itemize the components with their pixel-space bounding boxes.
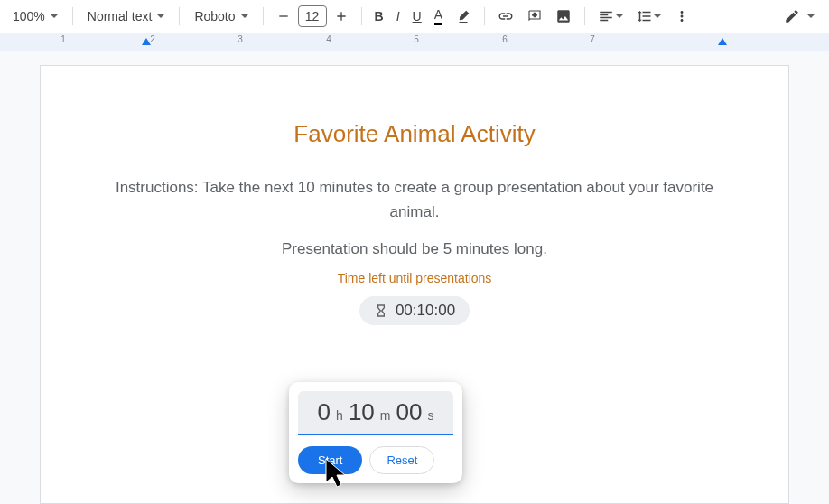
highlight-color-button[interactable]: [450, 4, 477, 29]
separator: [263, 7, 264, 25]
caret-down-icon: [241, 14, 248, 18]
timer-chip-value: 00:10:00: [396, 302, 455, 320]
italic-label: I: [396, 9, 400, 23]
timer-display[interactable]: 0 h 10 m 00 s: [298, 391, 453, 435]
line-spacing-button[interactable]: [630, 4, 666, 29]
more-options-button[interactable]: [668, 4, 695, 29]
ruler[interactable]: 1 2 3 4 5 6 7: [0, 33, 829, 51]
paragraph-style-dropdown[interactable]: Normal text: [80, 4, 172, 29]
document-title: Favorite Animal Activity: [113, 120, 716, 148]
font-family-value: Roboto: [194, 9, 235, 23]
separator: [584, 7, 585, 25]
link-icon: [498, 8, 514, 24]
instruction-text: Instructions: Take the next 10 minutes t…: [113, 175, 716, 224]
right-indent-marker[interactable]: [718, 38, 727, 45]
image-icon: [555, 8, 572, 24]
minutes-value: 10: [349, 398, 375, 426]
timer-popup: 0 h 10 m 00 s Start Reset: [289, 382, 462, 483]
hours-value: 0: [318, 398, 331, 426]
line-spacing-icon: [636, 8, 652, 24]
add-comment-button[interactable]: [521, 4, 548, 29]
minutes-unit: m: [380, 408, 391, 423]
more-vertical-icon: [674, 8, 690, 24]
seconds-unit: s: [427, 408, 433, 423]
insert-image-button[interactable]: [550, 4, 577, 29]
caret-down-icon: [654, 14, 661, 18]
toolbar: 100% Normal text Roboto 12 B I U A: [0, 0, 829, 33]
timer-buttons: Start Reset: [298, 446, 453, 474]
caret-down-icon: [807, 14, 815, 18]
ruler-number: 7: [590, 34, 595, 44]
decrease-font-size-button[interactable]: [271, 4, 296, 29]
document-canvas: Favorite Animal Activity Instructions: T…: [0, 51, 829, 504]
insert-link-button[interactable]: [492, 4, 519, 29]
separator: [484, 7, 485, 25]
separator: [179, 7, 180, 25]
underline-label: U: [413, 9, 422, 23]
ruler-inner: 1 2 3 4 5 6 7: [61, 33, 768, 51]
timer-chip[interactable]: 00:10:00: [359, 296, 470, 325]
ruler-number: 2: [150, 34, 155, 44]
caret-down-icon: [51, 14, 58, 18]
comment-plus-icon: [526, 8, 543, 24]
left-indent-marker[interactable]: [142, 38, 151, 45]
seconds-value: 00: [396, 398, 422, 426]
font-size-input[interactable]: 12: [298, 5, 327, 27]
timer-label: Time left until presentations: [113, 271, 716, 285]
separator: [361, 7, 362, 25]
font-size-value: 12: [305, 9, 320, 23]
hours-unit: h: [336, 408, 343, 423]
minus-icon: [276, 9, 291, 23]
ruler-number: 1: [61, 34, 66, 44]
plus-icon: [334, 9, 349, 23]
italic-button[interactable]: I: [391, 4, 405, 29]
ruler-number: 4: [326, 34, 331, 44]
zoom-value: 100%: [13, 9, 45, 23]
highlighter-icon: [455, 8, 471, 24]
underline-button[interactable]: U: [407, 4, 427, 29]
caret-down-icon: [157, 14, 164, 18]
subtext: Presentation should be 5 minutes long.: [113, 240, 716, 258]
pencil-icon: [784, 8, 800, 24]
paragraph-style-value: Normal text: [88, 9, 153, 23]
ruler-number: 5: [414, 34, 419, 44]
bold-button[interactable]: B: [369, 4, 389, 29]
align-button[interactable]: [592, 4, 629, 29]
start-button[interactable]: Start: [298, 446, 362, 474]
editing-mode-button[interactable]: [775, 5, 824, 28]
font-family-dropdown[interactable]: Roboto: [187, 4, 255, 29]
hourglass-icon: [374, 303, 388, 318]
caret-down-icon: [616, 14, 623, 18]
text-color-label: A: [434, 7, 442, 25]
align-left-icon: [598, 8, 614, 24]
increase-font-size-button[interactable]: [329, 4, 354, 29]
ruler-number: 6: [502, 34, 508, 44]
separator: [72, 7, 73, 25]
reset-button[interactable]: Reset: [369, 446, 434, 474]
text-color-button[interactable]: A: [429, 4, 448, 29]
bold-label: B: [375, 9, 384, 23]
zoom-dropdown[interactable]: 100%: [5, 4, 65, 29]
ruler-number: 3: [238, 34, 243, 44]
